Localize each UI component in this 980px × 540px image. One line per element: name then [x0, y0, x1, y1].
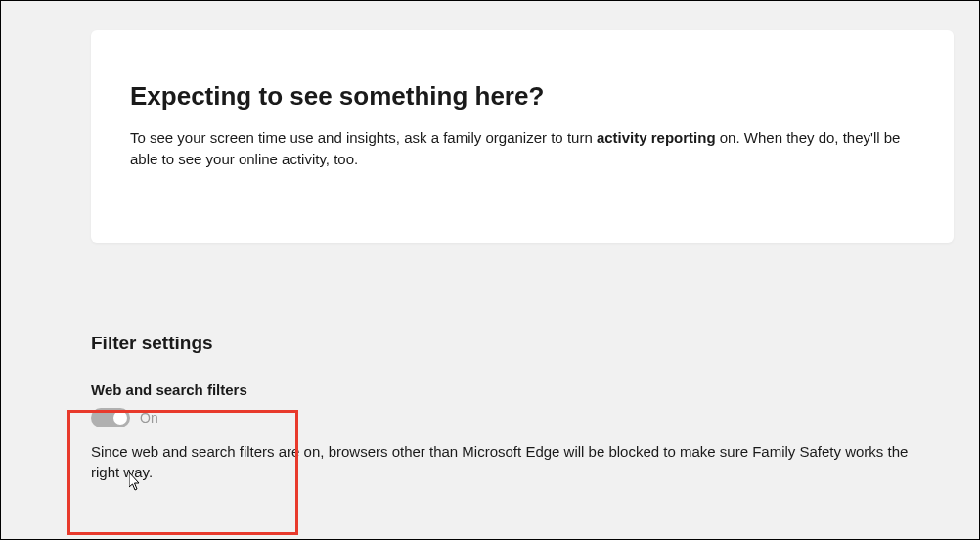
filter-settings-section: Filter settings Web and search filters O…	[91, 333, 979, 484]
toggle-knob	[113, 411, 127, 425]
toggle-state-label: On	[140, 410, 158, 426]
toggle-row: On	[91, 408, 940, 428]
card-desc-bold: activity reporting	[597, 129, 716, 146]
web-search-filters-title: Web and search filters	[91, 382, 940, 398]
filter-settings-title: Filter settings	[91, 333, 940, 354]
card-description: To see your screen time use and insights…	[130, 127, 914, 170]
web-search-toggle[interactable]	[91, 408, 130, 428]
web-search-filters-desc: Since web and search filters are on, bro…	[91, 441, 932, 484]
card-title: Expecting to see something here?	[130, 81, 914, 112]
info-card: Expecting to see something here? To see …	[91, 30, 954, 243]
card-desc-before: To see your screen time use and insights…	[130, 129, 597, 146]
web-search-filters-block: Web and search filters On Since web and …	[91, 382, 940, 484]
